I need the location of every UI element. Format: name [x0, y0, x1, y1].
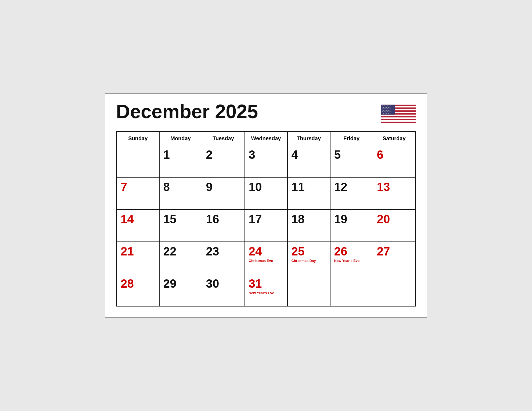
calendar-cell-w4-d5: 25Christmas Day	[287, 242, 330, 274]
day-number-26: 26	[334, 245, 369, 258]
us-flag: ★★★★★★ ★★★★★ ★★★★★★ ★★★★★ ★★★★★★ ★★★★★	[381, 102, 416, 126]
day-number-21: 21	[121, 245, 155, 258]
day-number-4: 4	[292, 148, 326, 161]
weekday-header-row: Sunday Monday Tuesday Wednesday Thursday…	[117, 132, 416, 145]
day-number-15: 15	[163, 212, 198, 226]
calendar-cell-w5-d4: 31New Year's Eve	[245, 274, 287, 306]
day-number-9: 9	[206, 180, 241, 194]
calendar-cell-w2-d2: 8	[159, 177, 202, 210]
holiday-label-24: Christmas Eve	[249, 259, 283, 263]
calendar-cell-w1-d7: 6	[373, 145, 416, 177]
day-number-13: 13	[377, 180, 412, 194]
calendar-cell-w2-d4: 10	[245, 177, 287, 210]
calendar-cell-w1-d3: 2	[202, 145, 245, 177]
svg-rect-12	[381, 122, 416, 123]
svg-rect-11	[381, 120, 416, 121]
day-number-28: 28	[121, 277, 155, 290]
day-number-8: 8	[163, 180, 198, 194]
day-number-29: 29	[163, 277, 198, 290]
calendar-cell-w3-d7: 20	[373, 210, 416, 242]
calendar-cell-w1-d1	[117, 145, 159, 177]
calendar-cell-w4-d2: 22	[159, 242, 202, 274]
calendar-table: Sunday Monday Tuesday Wednesday Thursday…	[116, 131, 416, 307]
calendar-cell-w2-d3: 9	[202, 177, 245, 210]
header-friday: Friday	[330, 132, 373, 145]
week-row-2: 78910111213	[117, 177, 416, 210]
calendar-cell-w3-d4: 17	[245, 210, 287, 242]
day-number-22: 22	[163, 245, 198, 258]
header-saturday: Saturday	[373, 132, 416, 145]
day-number-18: 18	[292, 212, 326, 226]
svg-rect-7	[381, 114, 416, 116]
week-row-3: 14151617181920	[117, 210, 416, 242]
calendar-cell-w5-d6	[330, 274, 373, 306]
calendar-cell-w4-d4: 24Christmas Eve	[245, 242, 287, 274]
calendar-header: December 2025	[116, 102, 416, 126]
day-number-2: 2	[206, 148, 241, 161]
day-number-10: 10	[249, 180, 283, 194]
holiday-label-26: New Year's Eve	[334, 259, 369, 263]
header-wednesday: Wednesday	[245, 132, 287, 145]
calendar-cell-w1-d6: 5	[330, 145, 373, 177]
day-number-20: 20	[377, 212, 412, 226]
calendar-cell-w2-d5: 11	[287, 177, 330, 210]
day-number-3: 3	[249, 148, 283, 161]
calendar-cell-w2-d1: 7	[117, 177, 159, 210]
week-row-1: 123456	[117, 145, 416, 177]
calendar-cell-w3-d5: 18	[287, 210, 330, 242]
calendar-cell-w1-d4: 3	[245, 145, 287, 177]
calendar-cell-w3-d2: 15	[159, 210, 202, 242]
header-tuesday: Tuesday	[202, 132, 245, 145]
day-number-17: 17	[249, 212, 283, 226]
holiday-label-31: New Year's Eve	[249, 291, 283, 295]
calendar-cell-w4-d7: 27	[373, 242, 416, 274]
day-number-1: 1	[163, 148, 198, 161]
holiday-label-25: Christmas Day	[292, 259, 326, 263]
calendar-cell-w3-d1: 14	[117, 210, 159, 242]
calendar-cell-w5-d7	[373, 274, 416, 306]
header-thursday: Thursday	[287, 132, 330, 145]
calendar-cell-w2-d6: 12	[330, 177, 373, 210]
svg-rect-8	[381, 116, 416, 117]
calendar-cell-w4-d1: 21	[117, 242, 159, 274]
day-number-31: 31	[249, 277, 283, 290]
calendar-cell-w2-d7: 13	[373, 177, 416, 210]
day-number-25: 25	[292, 245, 326, 258]
day-number-11: 11	[292, 180, 326, 194]
calendar-cell-w5-d3: 30	[202, 274, 245, 306]
day-number-27: 27	[377, 245, 412, 258]
calendar-container: December 2025	[105, 93, 427, 318]
calendar-cell-w4-d3: 23	[202, 242, 245, 274]
day-number-16: 16	[206, 212, 241, 226]
calendar-cell-w3-d3: 16	[202, 210, 245, 242]
calendar-cell-w4-d6: 26New Year's Eve	[330, 242, 373, 274]
calendar-cell-w3-d6: 19	[330, 210, 373, 242]
day-number-12: 12	[334, 180, 369, 194]
calendar-cell-w1-d5: 4	[287, 145, 330, 177]
day-number-7: 7	[121, 180, 155, 194]
day-number-23: 23	[206, 245, 241, 258]
calendar-cell-w5-d2: 29	[159, 274, 202, 306]
week-row-5: 28293031New Year's Eve	[117, 274, 416, 306]
header-sunday: Sunday	[117, 132, 159, 145]
calendar-cell-w1-d2: 1	[159, 145, 202, 177]
svg-rect-10	[381, 119, 416, 120]
header-monday: Monday	[159, 132, 202, 145]
day-number-24: 24	[249, 245, 283, 258]
calendar-title: December 2025	[116, 102, 258, 121]
day-number-14: 14	[121, 212, 155, 226]
day-number-5: 5	[334, 148, 369, 161]
day-number-6: 6	[377, 148, 412, 161]
calendar-cell-w5-d5	[287, 274, 330, 306]
day-number-30: 30	[206, 277, 241, 290]
calendar-cell-w5-d1: 28	[117, 274, 159, 306]
day-number-19: 19	[334, 212, 369, 226]
svg-rect-9	[381, 117, 416, 119]
week-row-4: 21222324Christmas Eve25Christmas Day26Ne…	[117, 242, 416, 274]
